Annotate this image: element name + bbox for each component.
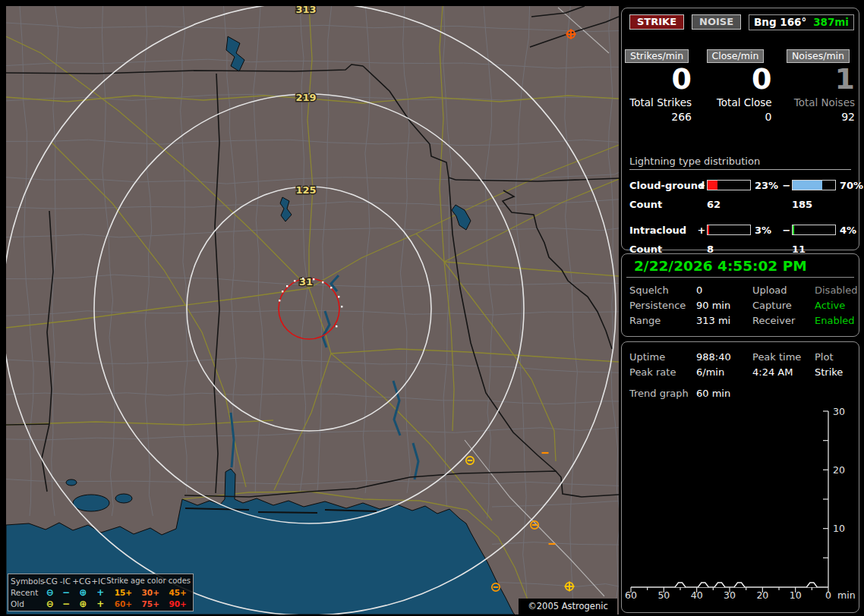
noise-dot [322,281,323,283]
strikes-per-min-label: Strikes/min [625,49,689,63]
ic-minus-bar [792,225,836,235]
lake [115,494,132,503]
age-60: 60+ [111,599,137,608]
cg-minus-count: 185 [792,199,836,210]
squelch-value: 0 [696,283,752,298]
legend-symbols-header: Symbols [11,577,43,586]
svg-text:10: 10 [790,589,802,601]
noise-dot [282,291,283,292]
strike-stats-panel: STRIKE NOISE Bng 166° 387mi Strikes/min … [621,8,859,250]
peak-time-value: 4:24 AM [752,365,815,380]
svg-text:30: 30 [833,406,845,417]
cg-minus-bar [792,180,836,190]
cg-plus-bar-fill [708,181,717,190]
mode-row: STRIKE NOISE Bng 166° 387mi [629,14,854,30]
ic-neg-recent-icon: − [58,587,74,598]
strikes-counter: Strikes/min 0 Total Strikes 266 [625,49,692,123]
cg-minus-percent: 70% [836,180,863,191]
total-strikes-label: Total Strikes [625,96,692,108]
plot-value: Strike [815,365,859,380]
age-75: 75+ [137,599,163,608]
svg-text:20: 20 [756,589,768,601]
copyright-notice: ©2005 Astrogenic Systems [519,599,617,614]
bearing-value: Bng 166° [754,16,806,28]
lightning-distribution: Lightning type distribution Cloud-ground… [629,156,851,260]
range-value: 313 mi [696,313,752,328]
ic-pos-old-icon: + [92,599,109,609]
svg-text:0: 0 [825,589,831,601]
age-30: 30+ [137,588,163,597]
cg-pos-recent-icon: ⊕ [74,587,92,598]
lake [73,495,109,511]
peak-time-label: Peak time [752,350,815,365]
plot-label: Plot [815,350,859,365]
cloud-ground-label: Cloud-ground [629,180,696,191]
noise-dot [294,280,295,281]
trend-spike [698,583,708,587]
noise-mode-button[interactable]: NOISE [692,14,741,30]
noises-per-min-value: 1 [787,63,855,95]
cg-minus-bar-fill [793,181,822,190]
cg-pos-old-icon: ⊕ [74,599,92,609]
svg-text:10: 10 [833,523,845,534]
svg-text:40: 40 [691,589,703,601]
close-counter: Close/min 0 Total Close 0 [707,49,772,123]
upload-status: Disabled [815,283,859,298]
ic-minus-percent: 4% [836,225,856,236]
strike-mode-button[interactable]: STRIKE [629,14,684,30]
cloud-ground-count-row: Count 62 185 [629,196,851,212]
noises-per-min-label: Noises/min [787,49,850,63]
total-close-label: Total Close [707,96,772,108]
svg-text:60: 60 [625,589,637,601]
noise-dot [286,285,288,287]
minus-sign: − [781,180,792,191]
total-strikes-value: 266 [625,111,692,123]
ring-label-219: 219 [295,92,316,103]
lake [66,479,77,486]
map-legend: Symbols -CG -IC +CG +IC Strike age color… [8,574,194,611]
legend-old-row: Old ⊖ − ⊕ + 60+ 75+ 90+ [11,598,191,609]
uptime-value: 988:40 [696,350,752,365]
cloud-ground-row: Cloud-ground + 23% − 70% [629,178,851,193]
noise-dot [338,296,339,297]
ic-plus-bar [707,225,751,235]
intracloud-row: Intracloud + 3% − 4% [629,222,851,237]
bearing-readout: Bng 166° 387mi [749,14,854,30]
svg-text:50: 50 [657,589,670,601]
squelch-label: Squelch [629,283,696,298]
receiver-label: Receiver [752,313,815,328]
ic-pos-recent-icon: + [92,587,109,598]
noise-dot [279,300,280,301]
trend-graph-label: Trend graph [629,386,696,401]
peak-rate-value: 6/min [696,365,752,380]
plus-sign: + [696,180,707,191]
uptime-grid: Uptime 988:40 Peak time Plot Peak rate 6… [622,342,859,380]
svg-text:min: min [837,589,856,601]
cg-plus-percent: 23% [751,180,781,191]
lightning-map[interactable]: 31321912531 [6,6,619,614]
age-15: 15+ [111,588,137,597]
trend-spike [714,583,725,587]
age-90: 90+ [165,599,191,608]
distribution-title: Lightning type distribution [629,156,851,170]
rate-counters: Strikes/min 0 Total Strikes 266 Close/mi… [625,49,855,123]
bearing-distance: 387mi [813,16,849,28]
noise-dot [313,278,314,280]
strikes-per-min-value: 0 [625,63,692,95]
receiver-status: Enabled [815,313,859,328]
cg-neg-recent-icon: ⊖ [42,587,58,598]
capture-label: Capture [752,298,815,313]
capture-status: Active [815,298,859,313]
legend-header-row: Symbols -CG -IC +CG +IC Strike age color… [11,575,191,586]
cg-plus-count: 62 [707,199,751,210]
map-canvas: 31321912531 [6,6,619,614]
close-per-min-value: 0 [707,63,772,95]
trend-graph: 6050403020100min302010 [623,401,859,612]
uptime-label: Uptime [629,350,696,365]
legend-col-ic-neg: -IC [58,577,73,586]
age-45: 45+ [165,588,191,597]
persistence-label: Persistence [629,298,696,313]
trend-window-row: Trend graph 60 min [622,386,859,401]
legend-col-ic-pos: +IC [91,577,107,586]
range-label: Range [629,313,696,328]
